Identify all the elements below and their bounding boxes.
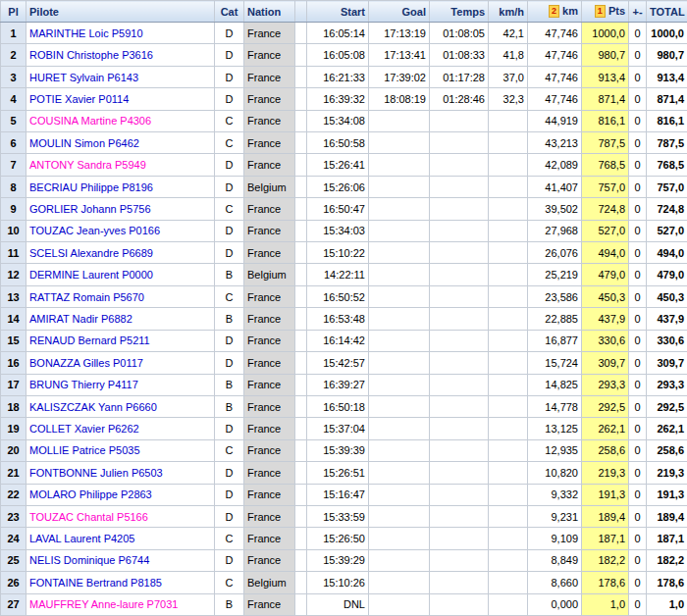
table-row[interactable]: 5COUSINA Martine P4306CFrance15:34:0844,… [1, 110, 687, 131]
table-row[interactable]: 20MOLLIE Patrice P5035CFrance15:39:3912,… [1, 439, 687, 461]
cell-goal: 17:39:02 [369, 66, 430, 87]
table-row[interactable]: 10TOUZAC Jean-yves P0166DFrance15:34:032… [1, 220, 687, 241]
cell-pm: 0 [629, 505, 647, 527]
cell-pm: 0 [629, 484, 647, 505]
table-row[interactable]: 1MARINTHE Loic P5910DFrance16:05:1417:13… [1, 23, 687, 44]
column-header-kmh[interactable]: km/h [489, 1, 528, 23]
table-row[interactable]: 7ANTONY Sandra P5949DFrance15:26:4142,08… [1, 154, 687, 176]
table-row[interactable]: 9GORLIER Johann P5756CFrance16:50:4739,5… [1, 198, 687, 220]
column-header-temps[interactable]: Temps [430, 1, 489, 23]
cell-cat: C [215, 439, 244, 461]
table-row[interactable]: 3HURET Sylvain P6143DFrance16:21:3317:39… [1, 66, 687, 87]
table-row[interactable]: 26FONTAINE Bertrand P8185CBelgium15:10:2… [1, 572, 687, 593]
cell-total: 178,6 [647, 572, 687, 593]
cell-pilot: RATTAZ Romain P5670 [26, 285, 215, 307]
cell-goal [369, 264, 430, 285]
cell-km: 8,849 [528, 549, 582, 571]
cell-kmh [489, 593, 528, 615]
cell-temps [430, 439, 489, 461]
cell-pm: 0 [629, 593, 647, 615]
column-header-pts[interactable]: 1Pts [582, 1, 629, 23]
cell-pm: 0 [629, 23, 647, 44]
cell-km: 16,877 [528, 330, 582, 351]
cell-cat: B [215, 308, 244, 330]
cell-cat: B [215, 264, 244, 285]
table-row[interactable]: 13RATTAZ Romain P5670CFrance16:50:5223,5… [1, 285, 687, 307]
cell-total: 262,1 [647, 418, 687, 439]
cell-spacer [295, 264, 307, 285]
table-row[interactable]: 15RENAUD Bernard P5211DFrance16:14:4216,… [1, 330, 687, 351]
cell-goal [369, 110, 430, 131]
table-row[interactable]: 18KALISZCZAK Yann P6660BFrance16:50:1814… [1, 395, 687, 417]
cell-nation: France [244, 88, 295, 110]
cell-kmh [489, 308, 528, 330]
column-label: +- [632, 6, 642, 18]
cell-nation: France [244, 198, 295, 220]
column-header-pm[interactable]: +- [629, 1, 647, 23]
cell-pl: 3 [1, 66, 26, 87]
cell-total: 479,0 [647, 264, 687, 285]
column-header-km[interactable]: 2km [528, 1, 582, 23]
cell-start: 16:14:42 [307, 330, 369, 351]
table-row[interactable]: 6MOULIN Simon P6462CFrance16:50:5843,213… [1, 132, 687, 154]
table-row[interactable]: 14AMIRAT Nadir P6882BFrance16:53:4822,88… [1, 308, 687, 330]
cell-kmh [489, 395, 528, 417]
column-header-cat[interactable]: Cat [215, 1, 244, 23]
cell-pilot: TOUZAC Jean-yves P0166 [26, 220, 215, 241]
cell-pilot: POTIE Xavier P0114 [26, 88, 215, 110]
table-row[interactable]: 4POTIE Xavier P0114DFrance16:39:3218:08:… [1, 88, 687, 110]
cell-nation: France [244, 395, 295, 417]
cell-pm: 0 [629, 110, 647, 131]
table-row[interactable]: 16BONAZZA Gilles P0117DFrance15:42:5715,… [1, 352, 687, 374]
table-row[interactable]: 2ROBIN Christophe P3616DFrance16:05:0817… [1, 44, 687, 66]
cell-pl: 15 [1, 330, 26, 351]
cell-total: 191,3 [647, 484, 687, 505]
column-header-start[interactable]: Start [307, 1, 369, 23]
cell-start: 15:37:04 [307, 418, 369, 439]
cell-pilot: NELIS Dominique P6744 [26, 549, 215, 571]
cell-pts: 494,0 [582, 242, 629, 264]
column-header-nation[interactable]: Nation [244, 1, 295, 23]
cell-pm: 0 [629, 330, 647, 351]
table-row[interactable]: 22MOLARO Philippe P2863DFrance15:16:479,… [1, 484, 687, 505]
table-row[interactable]: 23TOUZAC Chantal P5166DFrance15:33:599,2… [1, 505, 687, 527]
column-header-pl[interactable]: Pl [1, 1, 26, 23]
results-table: PlPiloteCatNationStartGoalTempskm/h2km1P… [0, 0, 687, 616]
cell-total: 187,1 [647, 528, 687, 549]
cell-total: 494,0 [647, 242, 687, 264]
cell-cat: B [215, 593, 244, 615]
column-header-goal[interactable]: Goal [369, 1, 430, 23]
cell-km: 15,724 [528, 352, 582, 374]
cell-pilot: KALISZCZAK Yann P6660 [26, 395, 215, 417]
cell-pm: 0 [629, 395, 647, 417]
column-header-total[interactable]: TOTAL [647, 1, 687, 23]
table-row[interactable]: 27MAUFFREY Anne-laure P7031BFranceDNL0,0… [1, 593, 687, 615]
table-row[interactable]: 8BECRIAU Philippe P8196DBelgium15:26:064… [1, 176, 687, 197]
table-row[interactable]: 11SCELSI Alexandre P6689DFrance15:10:222… [1, 242, 687, 264]
cell-start: 16:05:14 [307, 23, 369, 44]
cell-km: 14,825 [528, 374, 582, 395]
cell-pts: 189,4 [582, 505, 629, 527]
cell-kmh: 41,8 [489, 44, 528, 66]
cell-kmh [489, 220, 528, 241]
cell-pts: 527,0 [582, 220, 629, 241]
cell-pts: 187,1 [582, 528, 629, 549]
table-row[interactable]: 25NELIS Dominique P6744DFrance15:39:298,… [1, 549, 687, 571]
cell-kmh [489, 418, 528, 439]
cell-total: 330,6 [647, 330, 687, 351]
cell-cat: D [215, 330, 244, 351]
cell-spacer [295, 88, 307, 110]
table-row[interactable]: 12DERMINE Laurent P0000BBelgium14:22:112… [1, 264, 687, 285]
table-row[interactable]: 21FONTBONNE Julien P6503DFrance15:26:511… [1, 462, 687, 484]
cell-total: 219,3 [647, 462, 687, 484]
column-header-pilot[interactable]: Pilote [26, 1, 215, 23]
cell-km: 26,076 [528, 242, 582, 264]
table-row[interactable]: 24LAVAL Laurent P4205CFrance15:26:509,10… [1, 528, 687, 549]
cell-pts: 191,3 [582, 484, 629, 505]
cell-pilot: DERMINE Laurent P0000 [26, 264, 215, 285]
cell-pts: 1,0 [582, 593, 629, 615]
table-row[interactable]: 19COLLET Xavier P6262DFrance15:37:0413,1… [1, 418, 687, 439]
table-row[interactable]: 17BRUNG Thierry P4117BFrance16:39:2714,8… [1, 374, 687, 395]
cell-pm: 0 [629, 285, 647, 307]
cell-cat: C [215, 528, 244, 549]
